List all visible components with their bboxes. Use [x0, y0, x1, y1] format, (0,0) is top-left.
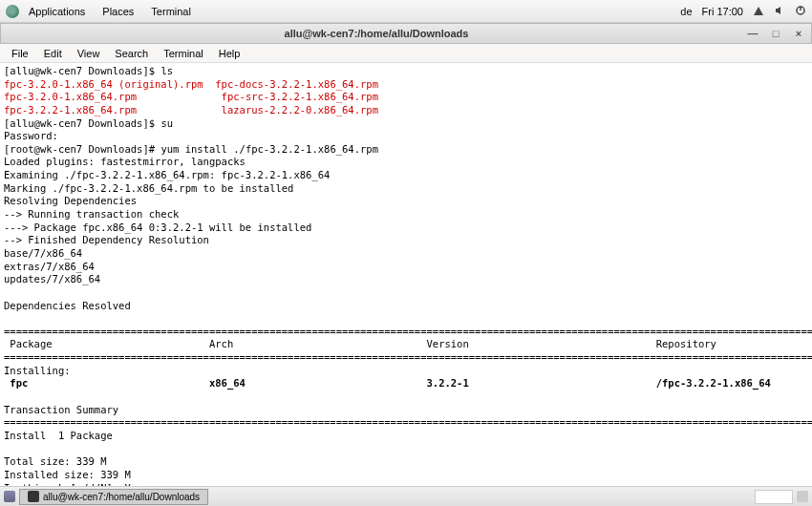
menu-view[interactable]: View — [70, 46, 108, 61]
taskbar-item-terminal[interactable]: allu@wk-cen7:/home/allu/Downloads — [19, 489, 208, 505]
menu-search[interactable]: Search — [107, 46, 156, 61]
terminal-output[interactable]: [allu@wk-cen7 Downloads]$ ls fpc-3.2.0-1… — [0, 63, 812, 486]
top-panel: Applications Places Terminal de Fri 17:0… — [0, 0, 812, 23]
activities-icon — [6, 5, 19, 18]
terminal-icon — [28, 491, 39, 502]
window-title: allu@wk-cen7:/home/allu/Downloads — [7, 28, 746, 39]
close-button[interactable]: × — [792, 28, 805, 39]
clock[interactable]: Fri 17:00 — [702, 6, 743, 17]
volume-icon[interactable] — [774, 5, 785, 18]
menu-file[interactable]: File — [4, 46, 36, 61]
taskbar-item-label: allu@wk-cen7:/home/allu/Downloads — [43, 492, 200, 502]
keyboard-layout[interactable]: de — [680, 6, 692, 17]
menu-edit[interactable]: Edit — [36, 46, 70, 61]
taskbar: allu@wk-cen7:/home/allu/Downloads — [0, 486, 812, 506]
network-icon[interactable] — [753, 5, 764, 18]
places-menu[interactable]: Places — [95, 4, 141, 19]
terminal-menu[interactable]: Terminal — [143, 4, 199, 19]
maximize-button[interactable]: □ — [769, 28, 782, 39]
menubar: File Edit View Search Terminal Help — [0, 44, 812, 63]
power-icon[interactable] — [795, 5, 806, 18]
show-desktop-icon[interactable] — [4, 491, 15, 502]
window-titlebar[interactable]: allu@wk-cen7:/home/allu/Downloads — □ × — [0, 23, 812, 44]
minimize-button[interactable]: — — [746, 28, 759, 39]
taskbar-end-icon[interactable] — [797, 491, 808, 502]
menu-help[interactable]: Help — [211, 46, 248, 61]
menu-terminal[interactable]: Terminal — [156, 46, 211, 61]
applications-menu[interactable]: Applications — [21, 4, 93, 19]
taskbar-tray-box[interactable] — [755, 490, 793, 504]
